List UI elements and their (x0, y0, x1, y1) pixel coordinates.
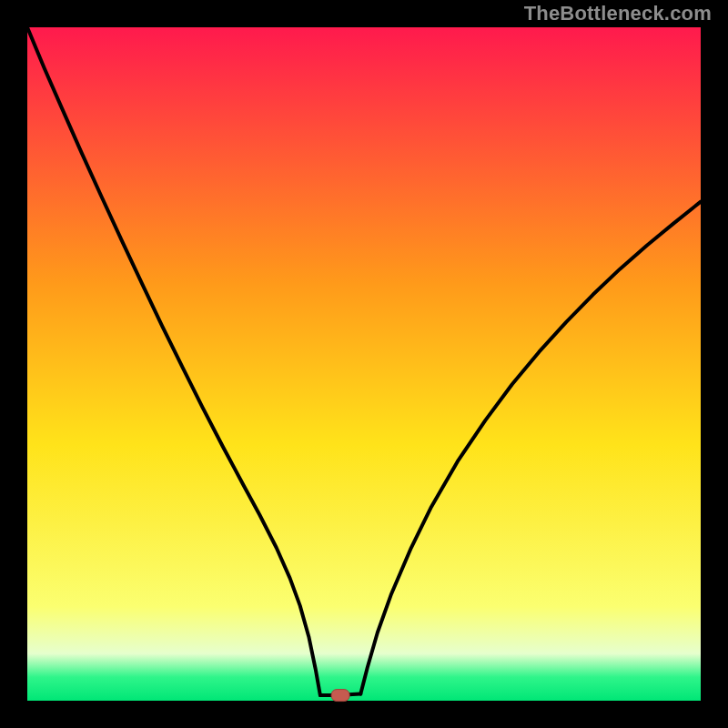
chart-frame: { "watermark": "TheBottleneck.com", "col… (0, 0, 728, 728)
plot-background (27, 27, 701, 701)
bottleneck-chart (0, 0, 728, 728)
optimal-point-marker (331, 690, 349, 702)
watermark-text: TheBottleneck.com (524, 2, 712, 25)
